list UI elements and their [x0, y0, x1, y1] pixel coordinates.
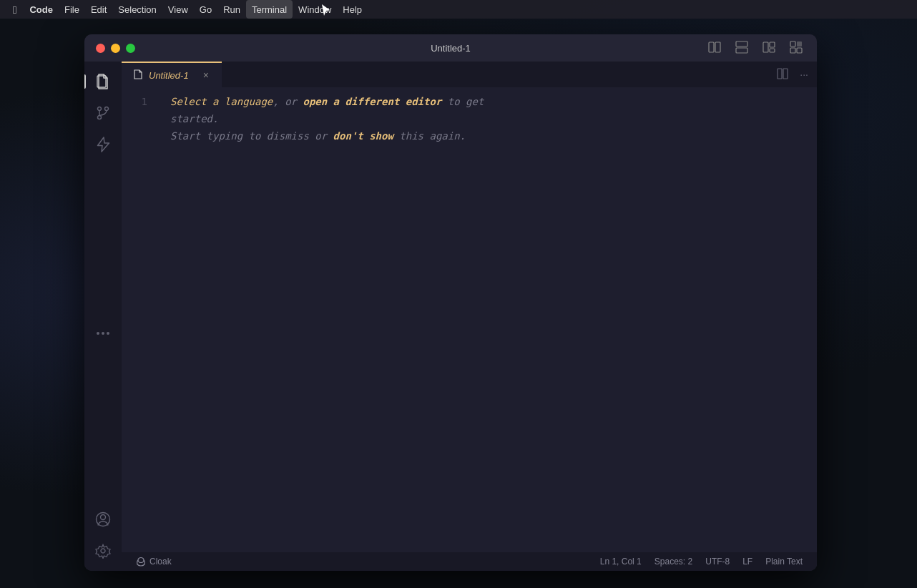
maximize-button[interactable]: [126, 44, 135, 53]
vscode-window: Untitled-1: [84, 34, 817, 571]
status-cloak[interactable]: Cloak: [130, 557, 177, 567]
menu-go[interactable]: Go: [194, 0, 217, 19]
svg-rect-20: [783, 69, 788, 79]
status-spaces[interactable]: Spaces: 2: [649, 557, 698, 567]
activity-more[interactable]: [91, 326, 115, 340]
menu-file[interactable]: File: [59, 0, 85, 19]
tab-name: Untitled-1: [149, 70, 189, 81]
activity-extensions[interactable]: [89, 130, 117, 159]
split-horizontal-icon[interactable]: [732, 38, 751, 59]
menu-selection[interactable]: Selection: [112, 0, 162, 19]
cloak-label: Cloak: [149, 557, 172, 567]
menu-code[interactable]: Code: [24, 0, 59, 19]
menu-run[interactable]: Run: [217, 0, 246, 19]
customize-layout-icon[interactable]: [787, 38, 805, 59]
editor-tab-untitled[interactable]: Untitled-1 ×: [122, 62, 222, 87]
minimize-button[interactable]: [111, 44, 120, 53]
text-start-typing: Start typing to dismiss or: [170, 127, 333, 144]
close-button[interactable]: [96, 44, 105, 53]
status-line-ending[interactable]: LF: [737, 557, 758, 567]
code-line-3: Start typing to dismiss or don't show th…: [170, 127, 805, 144]
svg-point-13: [98, 116, 102, 119]
svg-rect-1: [715, 42, 720, 52]
text-dont-show[interactable]: don't show: [333, 127, 393, 144]
menu-window[interactable]: Window: [293, 0, 337, 19]
svg-rect-19: [778, 69, 782, 79]
svg-rect-0: [709, 42, 714, 52]
line-numbers: 1: [122, 87, 159, 552]
status-bar: Cloak Ln 1, Col 1 Spaces: 2 UTF-8 LF Pla…: [122, 552, 817, 571]
text-comma-or: , or: [273, 93, 303, 110]
title-bar: Untitled-1: [84, 34, 817, 62]
svg-point-18: [101, 549, 105, 553]
title-bar-actions: [705, 38, 805, 59]
tab-close-button[interactable]: ×: [202, 68, 210, 82]
tab-file-icon: [133, 69, 143, 82]
tab-more-button[interactable]: ···: [797, 66, 811, 83]
menu-bar:  Code File Edit Selection View Go Run T…: [0, 0, 917, 19]
text-this-again: this again.: [393, 127, 466, 144]
layout-icon[interactable]: [760, 38, 778, 59]
tab-bar: Untitled-1 × ···: [122, 62, 817, 87]
tab-actions: ···: [774, 62, 817, 87]
code-editor[interactable]: Select a language , or open a different …: [159, 87, 817, 552]
text-open-editor: open a different editor: [303, 93, 441, 110]
split-editor-tab-button[interactable]: [774, 65, 791, 84]
svg-rect-7: [790, 41, 795, 46]
window-title: Untitled-1: [431, 43, 471, 54]
traffic-lights: [96, 44, 135, 53]
svg-point-12: [98, 107, 102, 111]
menu-help[interactable]: Help: [337, 0, 368, 19]
status-right: Ln 1, Col 1 Spaces: 2 UTF-8 LF Plain Tex…: [594, 557, 808, 567]
code-line-1: Select a language , or open a different …: [170, 93, 805, 110]
text-started: started.: [170, 110, 218, 127]
svg-rect-8: [797, 41, 802, 46]
menu-terminal[interactable]: Terminal: [246, 0, 293, 19]
text-select-language: Select a language: [170, 93, 273, 110]
menu-edit[interactable]: Edit: [85, 0, 112, 19]
svg-rect-10: [797, 48, 802, 53]
activity-source-control[interactable]: [89, 99, 117, 127]
line-number-1: 1: [122, 93, 147, 110]
split-editor-icon[interactable]: [705, 38, 724, 59]
status-left: Cloak: [130, 557, 177, 567]
activity-settings[interactable]: [89, 536, 117, 565]
editor-content[interactable]: 1 Select a language , or open a differen…: [122, 87, 817, 552]
svg-point-21: [138, 558, 144, 563]
activity-files[interactable]: [89, 67, 117, 96]
text-to-get: to get: [441, 93, 484, 110]
svg-point-14: [105, 107, 109, 111]
svg-rect-6: [770, 49, 775, 52]
apple-menu[interactable]: : [6, 0, 24, 19]
status-position[interactable]: Ln 1, Col 1: [594, 557, 647, 567]
svg-rect-5: [770, 42, 775, 47]
menu-view[interactable]: View: [162, 0, 194, 19]
svg-rect-9: [790, 48, 795, 53]
svg-rect-4: [763, 42, 768, 52]
editor-area: Untitled-1 × ···: [122, 62, 817, 571]
activity-bar: [84, 62, 122, 571]
activity-account[interactable]: [89, 505, 117, 534]
status-encoding[interactable]: UTF-8: [700, 557, 735, 567]
svg-rect-2: [736, 41, 747, 46]
status-language[interactable]: Plain Text: [760, 557, 808, 567]
svg-point-17: [101, 515, 106, 520]
code-line-2: started.: [170, 110, 805, 127]
svg-rect-3: [736, 48, 747, 53]
